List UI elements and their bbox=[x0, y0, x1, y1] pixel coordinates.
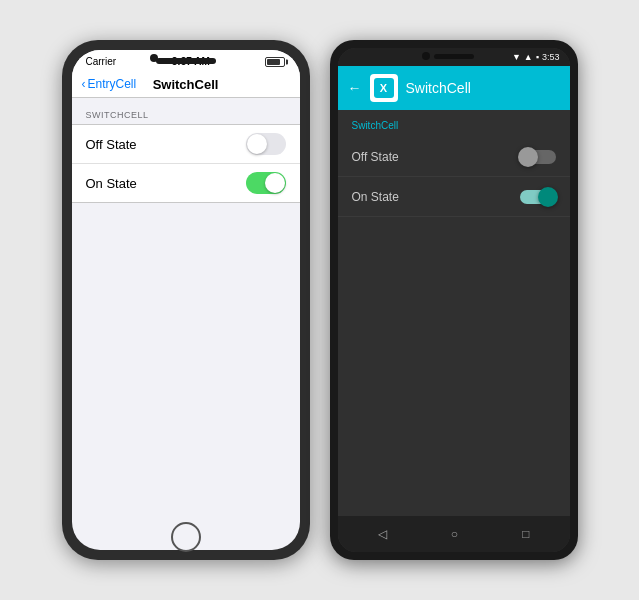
ios-off-state-toggle[interactable] bbox=[246, 133, 286, 155]
ios-battery-fill bbox=[267, 59, 280, 65]
android-section-header: SwitchCell bbox=[338, 110, 570, 137]
android-row-off-state: Off State bbox=[338, 137, 570, 177]
android-back-button[interactable]: ← bbox=[348, 80, 362, 96]
ios-row-on-state: On State bbox=[72, 164, 300, 202]
ios-carrier: Carrier bbox=[86, 56, 117, 67]
android-recents-nav-button[interactable]: □ bbox=[522, 527, 529, 541]
ios-home-button[interactable] bbox=[171, 522, 201, 552]
android-on-state-label: On State bbox=[352, 190, 399, 204]
android-screen: ▼ ▲ ▪ 3:53 ← X SwitchCell SwitchCell Off… bbox=[338, 48, 570, 552]
ios-nav-bar: ‹ EntryCell SwitchCell bbox=[72, 71, 300, 98]
ios-row-off-state: Off State bbox=[72, 125, 300, 164]
android-content: SwitchCell Off State On State bbox=[338, 110, 570, 516]
ios-on-toggle-knob bbox=[265, 173, 285, 193]
android-off-state-label: Off State bbox=[352, 150, 399, 164]
android-off-toggle-knob bbox=[518, 147, 538, 167]
android-camera bbox=[422, 52, 430, 60]
android-status-icons: ▼ ▲ ▪ 3:53 bbox=[512, 52, 560, 62]
ios-table: Off State On State bbox=[72, 124, 300, 203]
ios-status-bar: Carrier 8:37 AM bbox=[72, 50, 300, 71]
android-time: 3:53 bbox=[542, 52, 560, 62]
ios-time: 8:37 AM bbox=[172, 56, 210, 67]
android-off-state-toggle[interactable] bbox=[520, 150, 556, 164]
android-home-nav-button[interactable]: ○ bbox=[451, 527, 458, 541]
android-app-icon: X bbox=[370, 74, 398, 102]
ios-section-header: SWITCHCELL bbox=[72, 98, 300, 124]
android-row-on-state: On State bbox=[338, 177, 570, 217]
ios-phone: Carrier 8:37 AM ‹ EntryCell SwitchCell S… bbox=[62, 40, 310, 560]
android-nav-bar: ◁ ○ □ bbox=[338, 516, 570, 552]
ios-back-label: EntryCell bbox=[88, 77, 137, 91]
android-app-icon-inner: X bbox=[374, 78, 394, 98]
android-toolbar: ← X SwitchCell bbox=[338, 66, 570, 110]
android-back-nav-button[interactable]: ◁ bbox=[378, 527, 387, 541]
ios-off-toggle-knob bbox=[247, 134, 267, 154]
android-battery-icon: ▪ bbox=[536, 52, 539, 62]
ios-battery-icon bbox=[265, 57, 285, 67]
ios-battery-area bbox=[265, 57, 285, 67]
ios-on-state-label: On State bbox=[86, 176, 137, 191]
android-phone: ▼ ▲ ▪ 3:53 ← X SwitchCell SwitchCell Off… bbox=[330, 40, 578, 560]
android-toolbar-title: SwitchCell bbox=[406, 80, 471, 96]
android-status-bar: ▼ ▲ ▪ 3:53 bbox=[338, 48, 570, 66]
ios-back-button[interactable]: ‹ EntryCell bbox=[82, 77, 137, 91]
ios-screen: Carrier 8:37 AM ‹ EntryCell SwitchCell S… bbox=[72, 50, 300, 550]
android-on-toggle-knob bbox=[538, 187, 558, 207]
android-on-state-toggle[interactable] bbox=[520, 190, 556, 204]
android-signal-icon: ▲ bbox=[524, 52, 533, 62]
android-wifi-icon: ▼ bbox=[512, 52, 521, 62]
ios-on-state-toggle[interactable] bbox=[246, 172, 286, 194]
ios-chevron-left-icon: ‹ bbox=[82, 77, 86, 91]
ios-off-state-label: Off State bbox=[86, 137, 137, 152]
ios-nav-title: SwitchCell bbox=[153, 77, 219, 92]
